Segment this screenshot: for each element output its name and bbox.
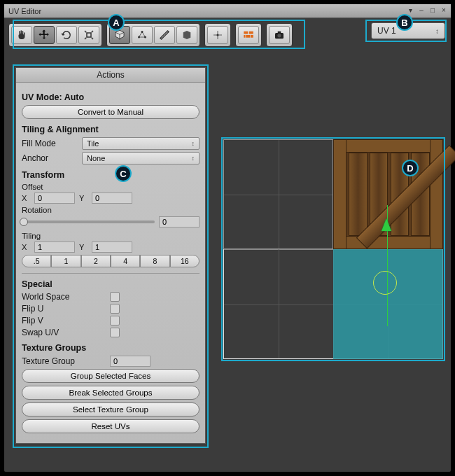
flip-u-checkbox[interactable] [110,304,120,314]
tiling-x-input[interactable] [34,241,75,253]
rotation-label: Rotation [22,206,200,214]
badge-d: D [402,160,419,176]
window-min-icon[interactable]: – [417,6,426,15]
reset-uvs-button[interactable]: Reset UVs [22,419,200,433]
break-selected-groups-button[interactable]: Break Selected Groups [22,386,200,400]
tiling-presets: .5 1 2 4 8 16 [22,255,200,267]
transform-header: Transform [22,170,200,180]
offset-label: Offset [22,183,200,191]
selected-face-overlay [333,249,443,359]
svg-rect-6 [249,31,253,34]
tile-preset-8[interactable]: 8 [140,255,169,267]
actions-panel: Actions UV Mode: Auto Convert to Manual … [15,67,206,444]
manipulate-tool-button[interactable] [207,26,228,44]
anchor-dropdown[interactable]: None [82,152,200,164]
uv-face-outline [223,139,333,249]
edge-mode-button[interactable] [154,26,175,44]
svg-rect-0 [87,33,91,37]
svg-point-11 [277,34,281,37]
tile-preset-2[interactable]: 2 [81,255,111,267]
tiling-alignment-header: Tiling & Alignment [22,125,200,134]
badge-a: A [108,14,125,31]
svg-rect-5 [244,31,248,34]
rotate-tool-button[interactable] [56,26,77,44]
swap-uv-label: Swap U/V [22,328,106,337]
uv-channel-value: UV 1 [377,26,396,36]
flip-v-label: Flip V [22,316,106,326]
fill-mode-label: Fill Mode [22,139,78,148]
uv-mode-label: UV Mode: Auto [22,92,200,102]
badge-c: C [115,165,132,182]
vertex-mode-button[interactable] [132,26,153,44]
move-tool-button[interactable] [34,26,55,44]
window-title: UV Editor [4,7,41,15]
flip-v-checkbox[interactable] [110,316,120,326]
svg-rect-9 [251,35,253,38]
svg-rect-7 [246,35,250,38]
camera-icon-button[interactable] [269,26,290,44]
anchor-label: Anchor [22,153,78,163]
tiling-y-input[interactable] [92,241,132,253]
window-titlebar: UV Editor ▾ – □ × [4,4,451,18]
svg-rect-8 [244,35,245,38]
offset-y-input[interactable] [92,192,132,204]
tile-preset-1[interactable]: 1 [51,255,80,267]
offset-x-input[interactable] [34,192,75,204]
scale-tool-button[interactable] [78,26,99,44]
tile-preset-4[interactable]: 4 [111,255,140,267]
world-space-label: World Space [22,292,106,302]
special-header: Special [22,279,200,289]
tile-preset-16[interactable]: 16 [170,255,200,267]
convert-to-manual-button[interactable]: Convert to Manual [22,105,200,119]
world-space-checkbox[interactable] [110,292,120,302]
window-menu-icon[interactable]: ▾ [406,6,414,15]
y-label: Y [79,194,88,202]
bricks-icon-button[interactable] [238,26,259,44]
tiling-label: Tiling [22,232,200,240]
panel-title: Actions [16,68,205,83]
rotation-input[interactable] [159,216,200,227]
texture-groups-header: Texture Groups [22,343,200,353]
gizmo-circle-icon[interactable] [373,271,397,295]
tile-preset-half[interactable]: .5 [22,255,51,267]
badge-b: B [396,14,413,31]
hand-tool-button[interactable] [11,26,32,44]
window-close-icon[interactable]: × [440,6,448,15]
window-max-icon[interactable]: □ [428,6,437,15]
x-label: X [22,194,30,202]
move-gizmo-arrow-icon[interactable] [382,218,391,231]
crate-texture [333,139,443,249]
face-mode-button[interactable] [176,26,197,44]
texture-group-label: Texture Group [22,356,106,366]
svg-rect-12 [278,31,281,34]
select-texture-group-button[interactable]: Select Texture Group [22,402,200,416]
rotation-slider[interactable] [22,220,155,223]
texture-group-input[interactable] [110,356,150,367]
group-selected-faces-button[interactable]: Group Selected Faces [22,369,200,383]
svg-point-4 [217,34,219,36]
swap-uv-checkbox[interactable] [110,328,120,337]
fill-mode-dropdown[interactable]: Tile [82,137,200,150]
flip-u-label: Flip U [22,304,106,314]
